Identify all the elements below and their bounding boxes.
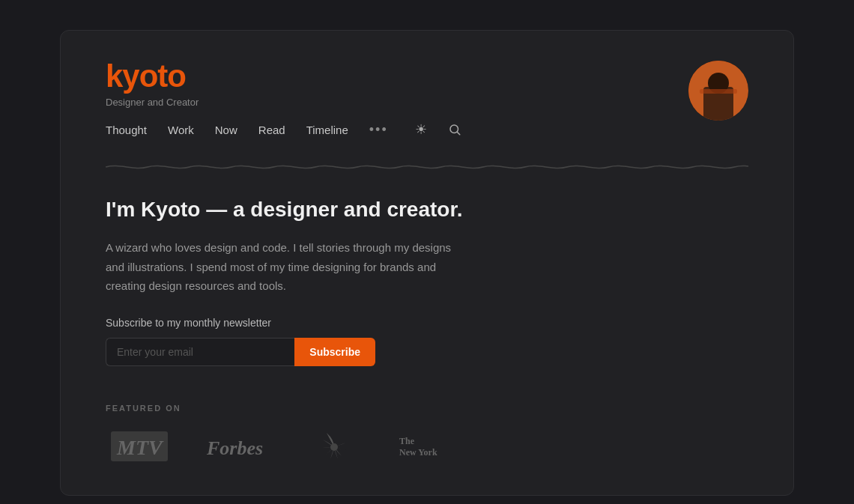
main-window: kyoto Designer and Creator Thought Work … — [60, 30, 794, 496]
featured-logos: MTV Forbes — [106, 428, 748, 465]
search-icon[interactable] — [448, 123, 461, 136]
svg-point-9 — [330, 443, 338, 451]
newsletter-label: Subscribe to my monthly newsletter — [106, 317, 748, 329]
svg-line-1 — [457, 132, 459, 134]
avatar — [688, 61, 748, 121]
svg-text:The: The — [399, 436, 415, 446]
nav-item-timeline[interactable]: Timeline — [306, 124, 348, 136]
site-logo: kyoto — [106, 61, 461, 92]
header: kyoto Designer and Creator Thought Work … — [106, 61, 748, 144]
nav-item-now[interactable]: Now — [215, 124, 237, 136]
email-input[interactable] — [106, 338, 294, 366]
logo-mtv: MTV — [106, 428, 173, 465]
svg-rect-5 — [700, 89, 737, 94]
hero-description: A wizard who loves design and code. I te… — [106, 238, 458, 296]
featured-section: FEATURED ON MTV Forbes — [106, 404, 748, 465]
nav-item-thought[interactable]: Thought — [106, 124, 147, 136]
nav-item-read[interactable]: Read — [258, 124, 285, 136]
svg-text:MTV: MTV — [116, 436, 164, 459]
logo-nyt: The New York — [398, 428, 480, 465]
nav-more-button[interactable]: ••• — [369, 122, 388, 138]
theme-toggle-icon[interactable]: ☀ — [415, 121, 427, 138]
svg-text:Forbes: Forbes — [206, 437, 263, 459]
header-left: kyoto Designer and Creator Thought Work … — [106, 61, 461, 144]
newsletter-form: Subscribe — [106, 338, 375, 366]
svg-point-0 — [450, 125, 458, 133]
hero-title: I'm Kyoto — a designer and creator. — [106, 196, 748, 223]
wave-divider — [106, 162, 748, 172]
featured-label: FEATURED ON — [106, 404, 748, 413]
site-tagline: Designer and Creator — [106, 97, 461, 108]
svg-text:New York: New York — [399, 447, 437, 458]
subscribe-button[interactable]: Subscribe — [294, 338, 375, 366]
nav-item-work[interactable]: Work — [168, 124, 194, 136]
logo-forbes: Forbes — [203, 428, 270, 465]
main-nav: Thought Work Now Read Timeline ••• ☀ — [106, 121, 461, 138]
logo-nbc — [300, 428, 368, 465]
